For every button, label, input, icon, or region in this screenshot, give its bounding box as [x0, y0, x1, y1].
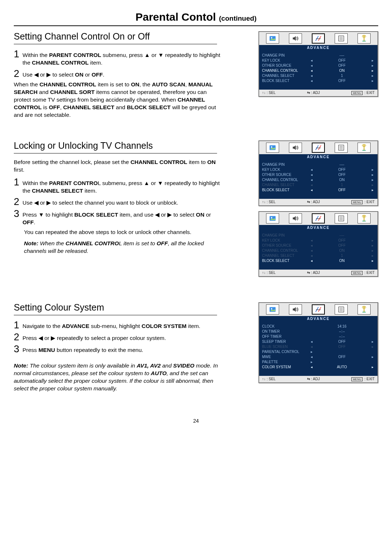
text-bold: AV1, AV2	[137, 362, 161, 369]
osd-row[interactable]: BLOCK SELECT◂OFF▸	[262, 78, 375, 83]
osd-tab-list-icon[interactable]	[335, 304, 348, 315]
osd-tab-list-icon[interactable]	[335, 143, 348, 153]
osd-row[interactable]: KEY LOCK◂OFF▸	[262, 238, 375, 243]
text-bold: AUTO SCAN	[152, 81, 185, 87]
osd-row-value: ----	[314, 233, 370, 237]
osd-row[interactable]: KEY LOCK◂OFF▸	[262, 58, 375, 63]
osd-row[interactable]: OTHER SOURCE◂OFF▸	[262, 172, 375, 177]
text: sub-menu, highlight	[89, 323, 142, 329]
osd-row-value: OFF	[314, 340, 370, 344]
osd-row-value: ON	[314, 249, 370, 253]
text-bold: ON	[75, 71, 83, 78]
osd-footer-adj: ⇆ : ADJ	[307, 91, 320, 95]
osd-tab-list-icon[interactable]	[335, 213, 348, 223]
osd-row-label: SLEEP TIMER	[262, 340, 309, 344]
osd-footer-adj: ⇆ : ADJ	[307, 377, 320, 381]
text-bold: OFF	[157, 240, 168, 246]
osd-row-value: ----	[314, 53, 370, 57]
arrow-left-icon: ◂	[309, 340, 314, 344]
step-body: Within the PARENT CONTROL submenu, press…	[23, 177, 224, 195]
osd-row[interactable]: PARENTAL CONTROL▸	[262, 349, 375, 354]
arrow-left-icon: ◂	[309, 345, 314, 349]
svg-rect-23	[316, 309, 321, 310]
osd-row-label: PALETTE	[262, 360, 309, 364]
osd-row[interactable]: ON TIMER--:--	[262, 329, 375, 334]
osd-row[interactable]: CHANNEL CONTROL◂ON▸	[262, 248, 375, 253]
osd-row-value: 1	[314, 183, 370, 187]
osd-row-label: CHANNEL CONTROL	[262, 178, 309, 182]
osd-row[interactable]: CHANNEL CONTROL◂ON▸	[262, 177, 375, 182]
osd-row[interactable]: BLOCK SELECT◂ON▸	[262, 258, 375, 263]
osd-tab-sound-icon[interactable]	[289, 33, 302, 44]
text: and	[37, 89, 50, 95]
section-channel-control: Setting Channel Control On or Off 1 With…	[14, 31, 378, 122]
arrow-right-icon: ▸	[370, 69, 375, 73]
menu-key-icon: MENU	[351, 271, 363, 275]
arrow-right-icon: ▸	[370, 355, 375, 359]
osd-tab-sound-icon[interactable]	[289, 143, 302, 153]
text: first.	[14, 167, 24, 173]
osd-tab-settings-icon[interactable]	[312, 143, 325, 153]
step-number: 1	[14, 320, 20, 330]
osd-row[interactable]: BLOCK SELECT◂OFF▸	[262, 187, 375, 192]
osd-row[interactable]: CHANGE PIN----	[262, 53, 375, 58]
osd-row[interactable]: CHANNEL SELECT◂1▸	[262, 253, 375, 258]
arrow-left-icon: ▸	[309, 350, 314, 354]
osd-row[interactable]: CLOCK14:16	[262, 324, 375, 329]
osd-tab-antenna-icon[interactable]	[358, 143, 371, 153]
text-bold: CHANNEL SELECT	[32, 188, 83, 194]
osd-row[interactable]: CHANNEL SELECT◂1▸	[262, 73, 375, 78]
osd-row[interactable]: SLEEP TIMER◂OFF▸	[262, 339, 375, 344]
osd-tab-settings-icon[interactable]	[312, 33, 325, 44]
text-bold: OFF	[49, 104, 60, 110]
osd-row-value: OFF	[314, 188, 370, 192]
osd-row[interactable]: KEY LOCK◂OFF▸	[262, 167, 375, 172]
arrow-left-icon: ◂	[309, 238, 314, 242]
osd-tab-picture-icon[interactable]	[266, 143, 279, 153]
osd-row-label: OTHER SOURCE	[262, 173, 309, 177]
osd-footer-exit: MENU : EXIT	[351, 91, 375, 95]
osd-tab-picture-icon[interactable]	[266, 304, 279, 315]
note: Note: The colour system item is only ava…	[14, 362, 224, 393]
osd-tab-antenna-icon[interactable]	[358, 33, 371, 44]
osd-tab-antenna-icon[interactable]	[358, 304, 371, 315]
osd-tab-picture-icon[interactable]	[266, 33, 279, 44]
osd-tab-antenna-icon[interactable]	[358, 213, 371, 223]
osd-tab-sound-icon[interactable]	[289, 213, 302, 223]
osd-row[interactable]: CHANNEL SELECT◂1▸	[262, 182, 375, 187]
text: item.	[83, 188, 97, 194]
osd-row[interactable]: MWE◂OFF▸	[262, 354, 375, 359]
osd-tab-list-icon[interactable]	[335, 33, 348, 44]
arrow-right-icon: ▸	[370, 243, 375, 247]
osd-footer-sel: ↑↓ : SEL	[262, 91, 275, 95]
osd-row[interactable]: COLOR SYSTEM◂AUTO▸	[262, 364, 375, 369]
arrow-right-icon: ▸	[370, 74, 375, 78]
osd-row[interactable]: BLUE SCREEN◂OFF▸	[262, 344, 375, 349]
osd-row[interactable]: OTHER SOURCE◂OFF▸	[262, 243, 375, 248]
osd-tab-sound-icon[interactable]	[289, 304, 302, 315]
osd-tab-settings-icon[interactable]	[312, 304, 325, 315]
osd-row-label: MWE	[262, 355, 309, 359]
osd-row-label: OTHER SOURCE	[262, 63, 309, 67]
osd-row-label: KEY LOCK	[262, 58, 309, 62]
step-1: 1 Within the PARENT CONTROL submenu, pre…	[14, 49, 224, 67]
osd-row[interactable]: OFF TIMER--:--	[262, 334, 375, 339]
osd-footer-adj: ⇆ : ADJ	[307, 271, 320, 275]
osd-tab-picture-icon[interactable]	[266, 213, 279, 223]
osd-row[interactable]: OTHER SOURCE◂OFF▸	[262, 63, 375, 68]
text: L item is set to	[119, 240, 157, 246]
osd-row[interactable]: CHANGE PIN----	[262, 233, 375, 238]
osd-row[interactable]: CHANNEL CONTROL◂ON▸	[262, 68, 375, 73]
osd-footer-exit: MENU : EXIT	[351, 377, 375, 381]
osd-tab-settings-icon[interactable]	[312, 213, 325, 223]
arrow-left-icon: ◂	[309, 173, 314, 177]
osd-row-value: 14:16	[314, 324, 370, 328]
osd-menu-4: ADVANCECLOCK14:16ON TIMER--:--OFF TIMER-…	[258, 302, 378, 383]
osd-row-value: ----	[314, 163, 370, 167]
osd-row[interactable]: CHANGE PIN----	[262, 162, 375, 167]
svg-point-22	[271, 308, 273, 310]
osd-footer: ↑↓ : SEL⇆ : ADJMENU : EXIT	[259, 90, 377, 96]
osd-banner: ADVANCE	[259, 225, 377, 230]
osd-row[interactable]: PALETTE▸	[262, 359, 375, 364]
svg-point-15	[271, 217, 273, 219]
